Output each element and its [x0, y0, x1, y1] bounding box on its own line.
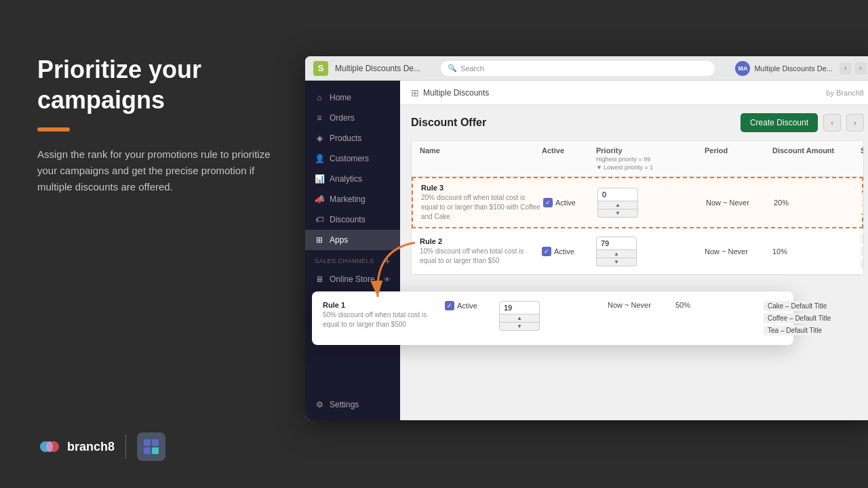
apps-icon: ⊞ [315, 235, 324, 245]
svg-rect-6 [152, 447, 159, 454]
th-name: Name [420, 146, 542, 171]
rule2-products: Cake – Default Title Coffee – Default Ti… [861, 234, 864, 268]
rule2-name-cell: Rule 2 10% discount off when total cost … [420, 237, 542, 266]
left-panel: Prioritize your campaigns Assign the ran… [0, 0, 305, 488]
rule2-priority-wrap: ▲ ▼ [596, 237, 705, 266]
svg-point-2 [46, 441, 53, 452]
sidebar-item-orders[interactable]: ≡ Orders [305, 108, 400, 128]
rule2-priority-down[interactable]: ▼ [596, 258, 637, 266]
rule3-priority-wrap: ▲ ▼ [597, 188, 706, 218]
breadcrumb-label: Multiple Discounts [423, 88, 489, 98]
browser-chrome: S Multiple Discounts De... 🔍 Search MA M… [305, 56, 868, 81]
search-icon: 🔍 [448, 64, 457, 73]
sidebar-item-marketing[interactable]: 📣 Marketing [305, 189, 400, 209]
description: Assign the rank for your promotions rule… [37, 146, 271, 195]
nav-next-btn[interactable]: › [854, 62, 867, 75]
sidebar-item-products[interactable]: ◈ Products [305, 128, 400, 148]
sidebar-item-settings[interactable]: ⚙ Settings [305, 394, 400, 415]
rule3-desc: 20% discount off when total cost is equa… [421, 193, 543, 222]
breadcrumb-left: ⊞ Multiple Discounts [411, 87, 489, 98]
floating-row: Rule 1 50% discount off when total cost … [323, 301, 783, 336]
svg-rect-4 [152, 439, 159, 446]
search-text: Search [460, 64, 484, 73]
rule2-priority-input[interactable] [596, 237, 637, 250]
sidebar: ⌂ Home ≡ Orders ◈ Products 👤 Customers 📊… [305, 81, 400, 420]
rule3-period: Now ~ Never [706, 199, 774, 207]
table-nav-prev[interactable]: ‹ [823, 114, 841, 131]
rule3-priority-up[interactable]: ▲ [597, 201, 638, 209]
rule2-desc: 10% discount off when total cost is equa… [420, 247, 542, 266]
app-layout: ⌂ Home ≡ Orders ◈ Products 👤 Customers 📊… [305, 81, 868, 420]
plus-icon[interactable]: + [384, 256, 391, 266]
table-nav-next[interactable]: › [846, 114, 864, 131]
breadcrumb-icon: ⊞ [411, 87, 419, 98]
nav-arrows: ‹ › [840, 62, 867, 75]
browser-window: S Multiple Discounts De... 🔍 Search MA M… [305, 56, 868, 420]
sidebar-item-discounts[interactable]: 🏷 Discounts [305, 209, 400, 230]
headline: Prioritize your campaigns [37, 54, 271, 115]
rule1-priority-down[interactable]: ▼ [499, 323, 540, 331]
rule1-priority-input[interactable] [499, 301, 540, 314]
rule2-active: ✓ Active [542, 247, 596, 256]
avatar: MA [735, 61, 750, 76]
browser-search-bar[interactable]: 🔍 Search [441, 61, 715, 76]
sidebar-item-analytics[interactable]: 📊 Analytics [305, 169, 400, 189]
sidebar-label-settings: Settings [330, 400, 359, 409]
table-row-rule2: Rule 2 10% discount off when total cost … [412, 228, 863, 274]
settings-icon: ⚙ [315, 400, 324, 409]
priority-sub1: Highest priority = 99 [596, 156, 705, 163]
branch8-icon [37, 434, 62, 459]
rule1-products: Cake – Default Title Coffee – Default Ti… [764, 301, 868, 336]
rule3-product-2: Coffee – Default Title [862, 204, 864, 214]
priority-arrow: ▼ [596, 164, 602, 171]
svg-rect-3 [144, 439, 151, 446]
customers-icon: 👤 [315, 154, 324, 163]
th-products: Selected Products [861, 146, 864, 171]
rule3-priority-input[interactable] [597, 188, 638, 201]
rule1-name: Rule 1 [323, 301, 445, 309]
rule2-priority-up[interactable]: ▲ [596, 250, 637, 258]
th-active: Active [542, 146, 596, 171]
th-period: Period [705, 146, 772, 171]
rule3-products: Cake – Default Title Coffee – Default Ti… [862, 192, 864, 214]
sales-channels-label: SALES CHANNELS + [305, 250, 400, 269]
rule1-product-2: Coffee – Default Title [764, 313, 868, 323]
nav-prev-btn[interactable]: ‹ [840, 62, 852, 75]
header-right: Create Discount ‹ › [741, 113, 864, 132]
discount-table: Name Active Priority Highest priority = … [411, 140, 864, 275]
user-label: Multiple Discounts De... [754, 64, 833, 73]
sidebar-item-apps[interactable]: ⊞ Apps [305, 230, 400, 250]
sidebar-label-online-store: Online Store [330, 274, 375, 284]
rule1-name-cell: Rule 1 50% discount off when total cost … [323, 301, 445, 329]
sidebar-item-customers[interactable]: 👤 Customers [305, 148, 400, 169]
rule1-period: Now ~ Never [608, 301, 675, 309]
rule2-checkbox[interactable]: ✓ [542, 247, 551, 256]
rule2-active-label: Active [554, 247, 574, 256]
rule3-checkbox[interactable]: ✓ [543, 198, 553, 207]
rule3-name: Rule 3 [421, 184, 543, 192]
rule1-product-1: Cake – Default Title [764, 301, 868, 311]
discount-header: Discount Offer Create Discount ‹ › [411, 113, 864, 132]
sidebar-item-online-store[interactable]: 🖥 Online Store 👁 [305, 269, 400, 289]
breadcrumb-bar: ⊞ Multiple Discounts by Branch8 [400, 81, 868, 105]
sidebar-label-home: Home [330, 93, 351, 102]
rule1-desc: 50% discount off when total cost is equa… [323, 310, 445, 329]
sidebar-item-home[interactable]: ⌂ Home [305, 87, 400, 108]
rule1-amount: 50% [675, 301, 764, 309]
app-icon [137, 432, 165, 461]
th-priority: Priority Highest priority = 99 ▼ Lowest … [596, 146, 705, 171]
branch8-text: branch8 [67, 440, 115, 454]
create-discount-btn[interactable]: Create Discount [741, 113, 818, 132]
rule3-priority-down[interactable]: ▼ [597, 209, 638, 218]
rule1-priority-up[interactable]: ▲ [499, 314, 540, 323]
rule1-checkbox[interactable]: ✓ [445, 301, 454, 310]
sidebar-label-marketing: Marketing [330, 195, 366, 204]
eye-icon: 👁 [384, 276, 391, 283]
sidebar-label-discounts: Discounts [330, 215, 366, 224]
orders-icon: ≡ [315, 113, 324, 123]
brand-footer: branch8 [37, 432, 271, 461]
rule2-period: Now ~ Never [705, 247, 772, 256]
browser-user: MA Multiple Discounts De... [735, 61, 833, 76]
discount-area: Discount Offer Create Discount ‹ › Name … [400, 105, 868, 283]
marketing-icon: 📣 [315, 195, 324, 204]
